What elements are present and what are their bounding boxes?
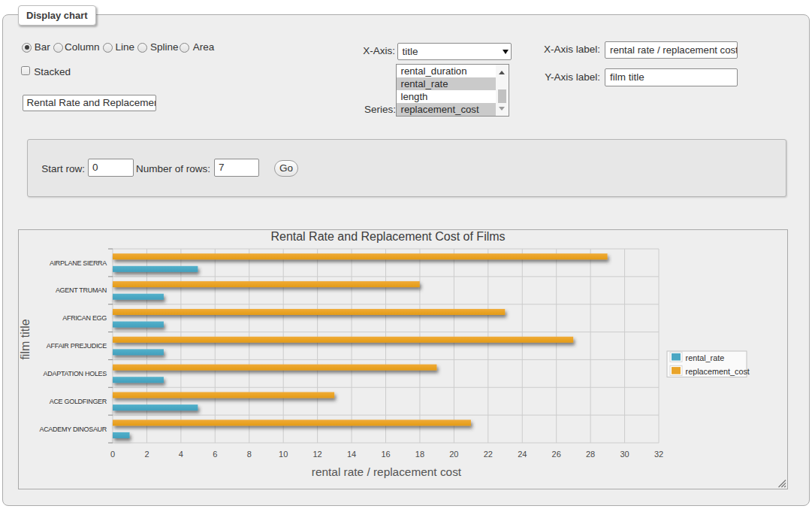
svg-text:32: 32 [654,450,663,459]
svg-text:AFRICAN EGG: AFRICAN EGG [62,314,107,322]
svg-text:AGENT TRUMAN: AGENT TRUMAN [56,286,107,294]
svg-text:12: 12 [312,450,321,459]
svg-text:16: 16 [381,450,390,459]
svg-text:replacement_cost: replacement_cost [686,367,750,376]
svg-text:8: 8 [247,450,252,459]
svg-text:4: 4 [179,450,183,459]
svg-text:film title: film title [19,319,32,359]
svg-text:28: 28 [586,450,595,459]
svg-text:24: 24 [518,450,527,459]
svg-text:20: 20 [449,450,458,459]
svg-text:rental_rate: rental_rate [686,353,725,362]
svg-text:22: 22 [484,450,493,459]
svg-text:14: 14 [347,450,356,459]
svg-text:6: 6 [213,450,217,459]
svg-text:ACADEMY DINOSAUR: ACADEMY DINOSAUR [39,426,107,433]
svg-text:ADAPTATION HOLES: ADAPTATION HOLES [44,370,107,377]
svg-text:AFFAIR PREJUDICE: AFFAIR PREJUDICE [47,342,107,350]
svg-text:ACE GOLDFINGER: ACE GOLDFINGER [50,398,107,405]
svg-text:0: 0 [110,450,115,459]
svg-text:26: 26 [552,450,561,459]
svg-text:AIRPLANE SIERRA: AIRPLANE SIERRA [50,259,107,267]
svg-text:10: 10 [279,450,288,459]
svg-text:rental rate / replacement cost: rental rate / replacement cost [312,465,462,478]
svg-text:18: 18 [415,450,424,459]
svg-text:Rental Rate and Replacement Co: Rental Rate and Replacement Cost of Film… [270,230,505,243]
svg-text:2: 2 [144,450,149,459]
svg-text:30: 30 [620,450,629,459]
